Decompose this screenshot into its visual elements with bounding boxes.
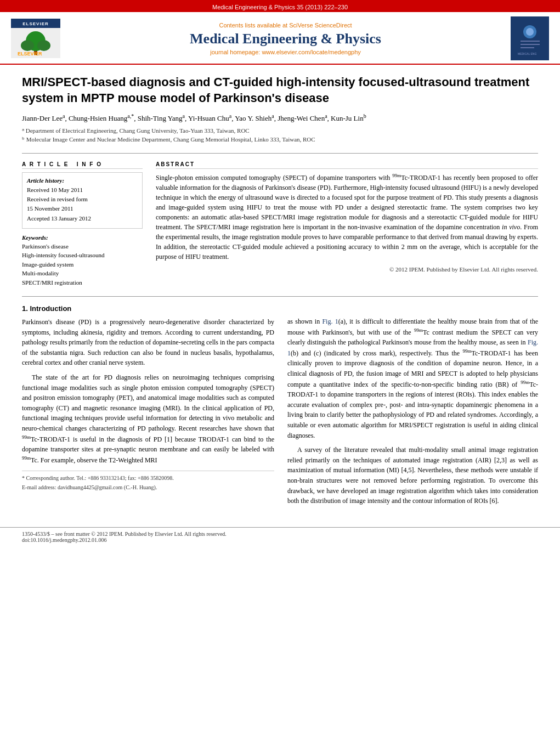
abstract-paragraph: Single-photon emission computed tomograp… xyxy=(156,172,538,262)
intro-p2: The state of the art for PD diagnosis re… xyxy=(22,372,274,465)
body-left-col: 1. Introduction Parkinson's disease (PD)… xyxy=(22,304,274,512)
abstract-col: ABSTRACT Single-photon emission computed… xyxy=(156,161,538,288)
journal-header: ELSEVIER ELSEVIER Contents lists availab… xyxy=(0,12,560,65)
abstract-in-vivo: in vivo xyxy=(502,223,520,231)
svg-text:ELSEVIER: ELSEVIER xyxy=(18,51,42,56)
body-right-col: as shown in Fig. 1(a), it is difficult t… xyxy=(287,304,538,512)
footnote-section: * Corresponding author. Tel.: +886 93313… xyxy=(22,471,274,491)
received-revised-label: Received in revised form xyxy=(27,195,138,203)
sciverse-link-text[interactable]: SciVerse ScienceDirect xyxy=(289,22,352,29)
abstract-text: Single-photon emission computed tomograp… xyxy=(156,172,538,262)
homepage-line: journal homepage: www.elsevier.com/locat… xyxy=(60,49,511,55)
keyword-5: SPECT/MRI registration xyxy=(22,279,143,287)
abstract-label: ABSTRACT xyxy=(156,161,538,169)
sciverse-prefix: Contents lists available at xyxy=(219,22,287,29)
homepage-link[interactable]: www.elsevier.com/locate/medengphy xyxy=(262,49,360,55)
intro-p1: Parkinson's disease (PD) is a progressiv… xyxy=(22,317,274,368)
sciverse-line: Contents lists available at SciVerse Sci… xyxy=(60,22,511,29)
journal-issue-label: Medical Engineering & Physics 35 (2013) … xyxy=(212,4,348,10)
svg-rect-8 xyxy=(521,41,540,42)
keyword-3: Image-guided system xyxy=(22,261,143,269)
elsevier-label: ELSEVIER xyxy=(22,21,49,26)
article-info-label: A R T I C L E I N F O xyxy=(22,161,143,169)
email-note: E-mail address: davidhuang4425@gmail.com… xyxy=(22,484,274,491)
divider-2 xyxy=(22,296,538,297)
keyword-4: Multi-modality xyxy=(22,269,143,278)
keyword-2: High-intensity focused-ultrasound xyxy=(22,251,143,259)
elsevier-logo: ELSEVIER ELSEVIER xyxy=(11,19,60,58)
svg-rect-9 xyxy=(521,44,540,45)
body-content: 1. Introduction Parkinson's disease (PD)… xyxy=(22,304,538,512)
fig1a-ref: Fig. 1 xyxy=(322,318,338,325)
journal-title: Medical Engineering & Physics xyxy=(60,31,511,47)
right-logo-svg: MEDICAL ENG xyxy=(515,21,545,56)
article-info-col: A R T I C L E I N F O Article history: R… xyxy=(22,161,143,288)
accepted-row: Accepted 13 January 2012 xyxy=(27,214,138,223)
article-info-abstract-row: A R T I C L E I N F O Article history: R… xyxy=(22,161,538,288)
affiliation-b: ᵇ Molecular Image Center and Nuclear Med… xyxy=(22,135,538,144)
intro-body-right: as shown in Fig. 1(a), it is difficult t… xyxy=(287,316,538,506)
issn-line: 1350-4533/$ – see front matter © 2012 IP… xyxy=(22,531,538,537)
divider-1 xyxy=(22,153,538,154)
authors-line: Jiann-Der Leea, Chung-Hsien Huanga,*, Sh… xyxy=(22,112,538,122)
intro-body-left: Parkinson's disease (PD) is a progressiv… xyxy=(22,317,274,465)
svg-point-2 xyxy=(21,40,34,51)
authors-text: Jiann-Der Leea, Chung-Hsien Huanga,*, Sh… xyxy=(22,114,366,122)
affiliations: ᵃ Department of Electrical Engineering, … xyxy=(22,126,538,144)
elsevier-box: ELSEVIER xyxy=(11,19,60,28)
bottom-bar: 1350-4533/$ – see front matter © 2012 IP… xyxy=(0,527,560,546)
svg-text:MEDICAL ENG: MEDICAL ENG xyxy=(518,52,536,55)
keywords-box: Keywords: Parkinson's disease High-inten… xyxy=(22,234,143,287)
intro-right-p2: A survey of the literature revealed that… xyxy=(287,445,538,506)
right-journal-logo: MEDICAL ENG xyxy=(511,16,549,60)
right-logo-inner: MEDICAL ENG xyxy=(511,16,549,60)
main-content: MRI/SPECT-based diagnosis and CT-guided … xyxy=(0,65,560,522)
received-revised-date: 15 November 2011 xyxy=(27,205,138,213)
fig1bc-ref: Fig. 1 xyxy=(287,338,538,357)
keywords-label: Keywords: xyxy=(22,234,143,241)
corresponding-author-note: * Corresponding author. Tel.: +886 93313… xyxy=(22,474,274,482)
svg-point-7 xyxy=(526,28,534,36)
header-center: Contents lists available at SciVerse Sci… xyxy=(60,22,511,55)
svg-point-3 xyxy=(37,40,50,51)
svg-rect-10 xyxy=(521,47,534,48)
journal-top-bar: Medical Engineering & Physics 35 (2013) … xyxy=(0,2,560,12)
elsevier-tree-graphic: ELSEVIER xyxy=(11,28,60,58)
intro-right-p1: as shown in Fig. 1(a), it is difficult t… xyxy=(287,316,538,440)
elsevier-tree-svg: ELSEVIER xyxy=(16,30,55,56)
intro-heading: 1. Introduction xyxy=(22,304,274,313)
history-label: Article history: xyxy=(27,177,138,184)
copyright-line: © 2012 IPEM. Published by Elsevier Ltd. … xyxy=(156,266,538,273)
doi-line: doi:10.1016/j.medengphy.2012.01.006 xyxy=(22,537,538,543)
homepage-label: journal homepage: xyxy=(210,49,260,55)
received-row: Received 10 May 2011 xyxy=(27,186,138,194)
article-history-box: Article history: Received 10 May 2011 Re… xyxy=(22,172,143,229)
article-title: MRI/SPECT-based diagnosis and CT-guided … xyxy=(22,75,538,106)
affiliation-a: ᵃ Department of Electrical Engineering, … xyxy=(22,126,538,135)
keyword-1: Parkinson's disease xyxy=(22,242,143,251)
